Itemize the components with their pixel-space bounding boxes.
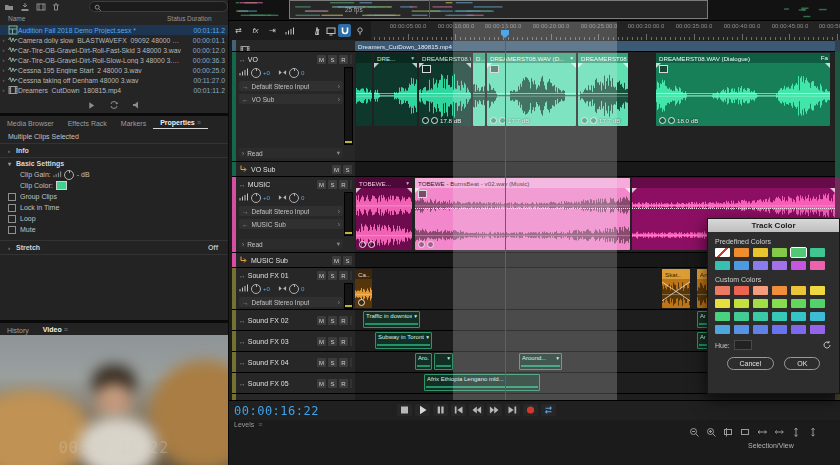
color-swatch[interactable]: [734, 299, 749, 308]
clip-fx1-0[interactable]: Ca..: [355, 269, 372, 308]
clip-fx1-1[interactable]: Skat..: [662, 269, 690, 308]
checkbox-row-group-clips[interactable]: Group Clips: [0, 191, 228, 202]
clip-fx3-0[interactable]: Subway in Toront...▾: [375, 332, 432, 349]
move-tool-icon[interactable]: ⇄: [232, 24, 245, 37]
panel-menu-icon[interactable]: ≡: [197, 119, 201, 126]
column-status[interactable]: Status: [167, 15, 185, 22]
arm-button[interactable]: [350, 379, 352, 388]
clip-header[interactable]: Skat..: [662, 269, 690, 279]
s-button[interactable]: S: [343, 165, 352, 174]
track-header-fx3[interactable]: ↔Sound FX 03MSR: [232, 331, 355, 352]
color-swatch[interactable]: [715, 261, 730, 270]
clip-music-0[interactable]: TOBEWE...▾: [356, 178, 412, 250]
record-button[interactable]: [523, 404, 538, 416]
file-row[interactable]: Audition Fall 2018 Demo Project.sesx *00…: [0, 25, 228, 35]
color-swatch[interactable]: [753, 325, 768, 334]
color-swatch[interactable]: [772, 312, 787, 321]
clip-fx4-1[interactable]: ▾: [434, 353, 453, 370]
output-selector[interactable]: ←MUSIC Sub›: [239, 219, 343, 229]
clip-gain-badge[interactable]: [490, 65, 499, 73]
reset-icon[interactable]: [822, 340, 832, 350]
color-swatch[interactable]: [791, 312, 806, 321]
color-swatch[interactable]: [791, 261, 806, 270]
panel-menu-icon[interactable]: ≡: [64, 326, 68, 333]
to-start-button[interactable]: [451, 404, 466, 416]
volume-envelope[interactable]: [632, 208, 835, 209]
track-header-music-sub[interactable]: MUSIC SubMS: [232, 253, 355, 268]
volume-envelope[interactable]: [487, 93, 576, 94]
clip-menu-icon[interactable]: ▾: [406, 180, 409, 186]
zoom-out-icon[interactable]: [688, 427, 700, 438]
metronome-icon[interactable]: [310, 24, 323, 37]
expand-chevron[interactable]: ›: [0, 47, 7, 53]
volume-knob[interactable]: [251, 68, 261, 78]
color-swatch[interactable]: [715, 299, 730, 308]
color-swatch[interactable]: [772, 261, 787, 270]
s-button[interactable]: S: [328, 316, 337, 325]
track-name[interactable]: MUSIC Sub: [251, 257, 288, 264]
slip-tool-icon[interactable]: ⇥: [266, 24, 279, 37]
file-row[interactable]: ›Cessna 195 Engine Start_2 48000 3.wav00…: [0, 65, 228, 75]
clip-music-1[interactable]: TOBEWE - BurnsBeat - v02.wav (Music): [415, 178, 630, 250]
arm-button[interactable]: [350, 316, 352, 325]
folder-icon[interactable]: [4, 1, 15, 12]
checkbox-row-loop[interactable]: Loop: [0, 213, 228, 224]
import-icon[interactable]: [20, 1, 31, 12]
track-name[interactable]: MUSIC: [248, 181, 271, 188]
tab-media-browser[interactable]: Media Browser: [0, 120, 61, 129]
clip-vo-6[interactable]: DREAMERST08.WAV (Dialogue)Fa18.0 dB: [656, 53, 830, 126]
arm-button[interactable]: [350, 55, 352, 64]
expand-chevron[interactable]: ›: [0, 57, 7, 63]
track-header-fx1[interactable]: ↔Sound FX 01MSR+00↔→Default Stereo Input…: [232, 268, 355, 310]
play-button[interactable]: [415, 404, 430, 416]
clip-fx5-0[interactable]: Afrix Ethiopia Lengano mld...: [424, 374, 540, 391]
m-button[interactable]: M: [332, 165, 341, 174]
volume-envelope[interactable]: [374, 93, 417, 94]
file-row[interactable]: ›Car-Tire-OB-Gravel-Dirt-Roll-Fast-Skid …: [0, 45, 228, 55]
pause-button[interactable]: [433, 404, 448, 416]
volume-envelope[interactable]: [578, 93, 628, 94]
lane-vo[interactable]: DRE...▾DREAMERST08.WAV ...▾17.8 dBD...DR…: [355, 52, 835, 162]
clip-fx4-0[interactable]: Aro..: [415, 353, 432, 370]
input-selector[interactable]: →Default Stereo Input›: [239, 297, 343, 307]
clip-gain-badge[interactable]: [659, 65, 668, 73]
s-button[interactable]: S: [328, 337, 337, 346]
playhead-line[interactable]: [505, 22, 506, 400]
color-swatch[interactable]: [753, 286, 768, 295]
input-selector[interactable]: →Default Stereo Input›: [239, 81, 343, 91]
clip-header[interactable]: DRE...▾: [374, 53, 417, 63]
volume-envelope[interactable]: [419, 93, 471, 94]
zoom-full-icon[interactable]: [739, 427, 751, 438]
expand-chevron[interactable]: ›: [0, 77, 7, 83]
clip-menu-icon[interactable]: ▾: [570, 55, 573, 61]
color-swatch[interactable]: [753, 312, 768, 321]
basic-settings-section[interactable]: ▾Basic Settings: [0, 158, 228, 169]
track-header-vo-sub[interactable]: VO SubMS: [232, 162, 355, 177]
rewind-button[interactable]: [469, 404, 484, 416]
lane-vo-sub[interactable]: [355, 162, 835, 177]
tab-markers[interactable]: Markers: [114, 120, 153, 129]
s-button[interactable]: S: [328, 358, 337, 367]
clip-gain-knob[interactable]: [64, 170, 74, 180]
clip-hud[interactable]: [358, 299, 365, 306]
track-header-fx2[interactable]: ↔Sound FX 02MSR: [232, 310, 355, 331]
color-swatch[interactable]: [772, 299, 787, 308]
r-button[interactable]: R: [339, 55, 348, 64]
r-button[interactable]: R: [339, 358, 348, 367]
volume-knob[interactable]: [251, 284, 261, 294]
fx-icon[interactable]: fx: [249, 24, 262, 37]
r-button[interactable]: R: [339, 316, 348, 325]
zoom-navigator[interactable]: [229, 0, 840, 21]
no-color-swatch[interactable]: [715, 248, 730, 257]
arm-button[interactable]: [350, 337, 352, 346]
loop-button[interactable]: [541, 404, 556, 416]
color-swatch[interactable]: [715, 312, 730, 321]
clip-hud[interactable]: 17.8 dB: [422, 117, 461, 124]
color-swatch[interactable]: [810, 248, 825, 257]
track-header-fx4[interactable]: ↔Sound FX 04MSR: [232, 352, 355, 373]
play-icon[interactable]: [86, 100, 97, 111]
checkbox-row-lock-in-time[interactable]: Lock in Time: [0, 202, 228, 213]
zoom-in-v-icon[interactable]: [790, 427, 802, 438]
s-button[interactable]: S: [328, 55, 337, 64]
info-section[interactable]: ›Info: [0, 143, 228, 158]
